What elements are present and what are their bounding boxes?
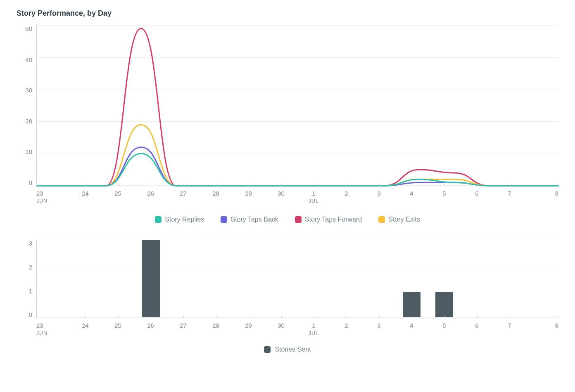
bar [435, 292, 453, 318]
x-tick-label: 25 [102, 186, 134, 204]
x-tick-label: 2 [330, 186, 363, 204]
x-tick-label: 29 [232, 318, 265, 336]
line-chart-x-axis: 23JUN242526272829301JUL2345678 [36, 186, 558, 204]
bar-slot [461, 240, 493, 318]
x-tick-label: 28 [200, 318, 232, 336]
x-tick-label: 3 [363, 318, 395, 336]
bar [403, 292, 421, 318]
y-tick-label: 50 [25, 25, 32, 32]
bar-chart: 3210 [17, 240, 558, 318]
legend-swatch [221, 216, 227, 223]
legend-label: Story Exits [388, 216, 420, 223]
bar-slot [200, 240, 233, 318]
y-tick-label: 1 [29, 288, 32, 295]
x-tick-label: 3 [363, 186, 395, 204]
legend-item[interactable]: Story Replies [155, 216, 204, 223]
bar-slot [102, 240, 135, 318]
bar-slot [363, 240, 395, 318]
bar-chart-y-axis: 3210 [17, 240, 36, 318]
bar-slot [526, 240, 558, 318]
x-tick-label: 4 [395, 318, 428, 336]
chart-title: Story Performance, by Day [17, 9, 558, 18]
y-tick-label: 2 [29, 264, 32, 271]
x-tick-label: 5 [428, 318, 461, 336]
story-performance-panel: Story Performance, by Day 50403020100 23… [0, 0, 575, 370]
legend-swatch [378, 216, 385, 223]
legend-item[interactable]: Story Taps Back [221, 216, 278, 223]
x-tick-label: 5 [428, 186, 461, 204]
x-tick-label: 2 [330, 318, 363, 336]
x-tick-label: 4 [395, 186, 428, 204]
line-series [37, 28, 558, 186]
legend-item[interactable]: Story Taps Forward [295, 216, 362, 223]
line-chart-y-axis: 50403020100 [17, 25, 36, 186]
x-tick-label: 6 [461, 318, 493, 336]
bar-chart-x-axis: 23JUN242526272829301JUL2345678 [36, 318, 558, 336]
line-chart-legend: Story RepliesStory Taps BackStory Taps F… [17, 216, 558, 223]
legend-swatch [264, 346, 271, 353]
bar-slot [265, 240, 298, 318]
y-tick-label: 0 [29, 179, 32, 186]
legend-label: Story Taps Back [230, 216, 278, 223]
x-tick-label: 29 [232, 186, 265, 204]
line-series [37, 125, 558, 186]
bar-chart-plot-area [36, 240, 558, 318]
x-tick-label: 1JUL [297, 318, 330, 336]
legend-label: Story Replies [165, 216, 204, 223]
legend-label: Stories Sent [275, 346, 311, 353]
x-tick-label: 24 [69, 186, 102, 204]
x-tick-label: 26 [134, 186, 167, 204]
y-tick-label: 10 [25, 148, 32, 155]
x-tick-label: 7 [493, 186, 526, 204]
x-tick-label: 24 [69, 318, 102, 336]
legend-swatch [295, 216, 302, 223]
legend-item[interactable]: Story Exits [378, 216, 420, 223]
bar-slot [135, 240, 167, 318]
x-tick-label: 8 [526, 318, 558, 336]
bar-slot [69, 240, 102, 318]
bar-chart-legend: Stories Sent [17, 346, 558, 353]
x-tick-label: 27 [167, 318, 200, 336]
bar-slot [395, 240, 428, 318]
x-tick-label: 23JUN [36, 186, 69, 204]
y-tick-label: 20 [25, 118, 32, 125]
bar-slot [493, 240, 526, 318]
bar-slot [330, 240, 363, 318]
x-tick-label: 6 [461, 186, 493, 204]
x-tick-label: 30 [265, 318, 297, 336]
bar-slot [37, 240, 69, 318]
x-tick-label: 28 [200, 186, 232, 204]
y-tick-label: 30 [25, 87, 32, 94]
x-tick-label: 25 [102, 318, 134, 336]
bar-slot [167, 240, 200, 318]
x-tick-label: 30 [265, 186, 297, 204]
x-tick-label: 8 [526, 186, 558, 204]
line-chart-plot-area [36, 25, 558, 186]
bar-slot [233, 240, 265, 318]
line-chart: 50403020100 [17, 25, 558, 186]
x-tick-label: 26 [134, 318, 167, 336]
y-tick-label: 3 [29, 240, 32, 247]
y-tick-label: 40 [25, 56, 32, 63]
x-tick-label: 23JUN [36, 318, 69, 336]
bar-slot [428, 240, 461, 318]
x-tick-label: 27 [167, 186, 200, 204]
bar [142, 240, 160, 318]
y-tick-label: 0 [29, 311, 32, 318]
x-tick-label: 7 [493, 318, 526, 336]
x-tick-label: 1JUL [297, 186, 330, 204]
legend-swatch [155, 216, 162, 223]
bar-slot [298, 240, 330, 318]
legend-label: Story Taps Forward [305, 216, 362, 223]
